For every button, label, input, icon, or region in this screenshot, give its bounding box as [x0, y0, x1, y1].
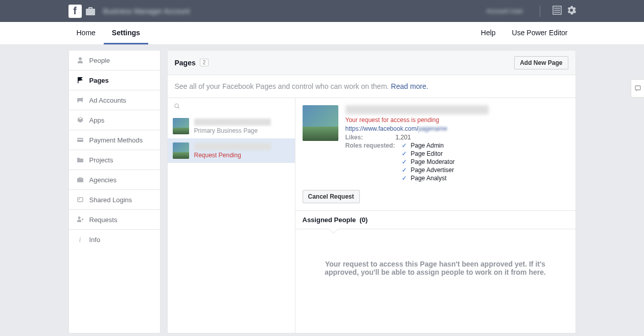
page-list-item[interactable]: Primary Business Page: [168, 114, 295, 138]
page-thumb: [173, 142, 189, 159]
person-plus-icon: [76, 215, 84, 224]
page-list-item[interactable]: Request Pending: [168, 138, 295, 163]
check-icon: ✓: [402, 142, 407, 149]
assigned-people-header: Assigned People (0): [295, 210, 576, 229]
sidebar: People Pages Ad Accounts Apps Payment Me…: [68, 50, 160, 333]
svg-point-8: [174, 104, 178, 107]
sidebar-item-info[interactable]: i Info: [69, 230, 160, 250]
pages-count-badge: 2: [200, 59, 209, 66]
sidebar-item-label: Requests: [89, 216, 118, 224]
business-name: Business Manager Account: [103, 7, 487, 15]
sidebar-item-label: Pages: [89, 77, 109, 84]
page-name: [194, 143, 271, 150]
svg-line-9: [178, 107, 179, 108]
search-pages-input[interactable]: [183, 102, 288, 110]
person-icon: [76, 56, 84, 64]
sidebar-item-pages[interactable]: Pages: [69, 70, 160, 90]
search-icon: [174, 103, 180, 110]
pending-notice: Your request for access is pending: [346, 116, 568, 124]
role-item: ✓Page Advertiser: [402, 166, 455, 174]
separator: [540, 6, 540, 17]
sidebar-item-label: Projects: [89, 156, 113, 164]
page-title: Pages: [175, 59, 196, 67]
read-more-link[interactable]: Read more.: [391, 82, 428, 90]
check-icon: ✓: [402, 150, 407, 157]
card-icon: [76, 136, 84, 144]
page-url-link[interactable]: https://www.facebook.com/pagename: [346, 125, 568, 132]
check-icon: ✓: [402, 158, 407, 165]
add-new-page-button[interactable]: Add New Page: [514, 56, 568, 69]
check-icon: ✓: [402, 175, 407, 182]
activity-icon[interactable]: [553, 6, 562, 16]
assigned-count: (0): [359, 216, 367, 224]
page-detail-name: [346, 105, 489, 114]
sidebar-item-projects[interactable]: Projects: [69, 150, 160, 170]
topbar: f Business Manager Account Account User: [0, 0, 644, 22]
svg-rect-6: [78, 198, 83, 202]
cancel-request-button[interactable]: Cancel Request: [303, 190, 360, 203]
svg-rect-5: [77, 139, 83, 140]
role-item: ✓Page Moderator: [402, 158, 455, 165]
sidebar-item-people[interactable]: People: [69, 51, 160, 70]
flag-icon: [76, 76, 84, 84]
tab-settings[interactable]: Settings: [104, 22, 148, 44]
sidebar-item-ad-accounts[interactable]: Ad Accounts: [69, 90, 160, 110]
check-icon: ✓: [402, 166, 407, 174]
tab-home[interactable]: Home: [68, 22, 104, 44]
tab-power-editor[interactable]: Use Power Editor: [504, 22, 576, 44]
folder-icon: [76, 156, 84, 164]
role-item: ✓Page Admin: [402, 142, 455, 149]
page-name: [194, 118, 271, 126]
page-detail-column: Your request for access is pending https…: [295, 98, 576, 333]
briefcase-icon[interactable]: [85, 6, 96, 17]
megaphone-icon: [76, 96, 84, 104]
briefcase-icon: [76, 176, 84, 184]
pages-list-column: Primary Business Page Request Pending: [168, 98, 295, 333]
roles-label: Roles requested:: [346, 142, 402, 183]
cube-icon: [76, 116, 84, 124]
page-detail-thumb: [303, 105, 338, 141]
role-item: ✓Page Analyst: [402, 175, 455, 182]
sidebar-item-requests[interactable]: Requests: [69, 210, 160, 230]
likes-value: 1,201: [396, 134, 411, 141]
svg-rect-10: [635, 86, 640, 90]
page-thumb: [173, 118, 189, 134]
sidebar-item-label: Agencies: [89, 176, 117, 184]
sidebar-item-label: Apps: [89, 116, 105, 124]
svg-rect-7: [79, 199, 80, 200]
gear-icon[interactable]: [567, 6, 576, 16]
sidebar-item-label: Ad Accounts: [89, 97, 126, 104]
sidebar-item-payment[interactable]: Payment Methods: [69, 130, 160, 150]
likes-label: Likes:: [346, 134, 394, 141]
main-header: Pages 2 Add New Page: [168, 51, 576, 75]
user-name[interactable]: Account User: [486, 8, 523, 15]
page-subtext: Primary Business Page: [194, 127, 290, 134]
feedback-tab[interactable]: [631, 79, 644, 98]
info-icon: i: [76, 236, 84, 244]
sidebar-item-label: Shared Logins: [89, 196, 132, 204]
facebook-logo-icon[interactable]: f: [68, 5, 82, 18]
sidebar-item-label: Payment Methods: [89, 136, 143, 144]
assigned-people-empty-message: Your request to access this Page hasn't …: [303, 229, 568, 307]
sidebar-item-label: People: [89, 57, 110, 64]
nav-tabs: Home Settings Help Use Power Editor: [0, 22, 644, 45]
role-item: ✓Page Editor: [402, 150, 455, 157]
sidebar-item-agencies[interactable]: Agencies: [69, 170, 160, 190]
login-icon: [76, 196, 84, 204]
sidebar-item-shared-logins[interactable]: Shared Logins: [69, 190, 160, 210]
svg-rect-4: [77, 138, 83, 142]
page-subtext: Request Pending: [194, 152, 290, 159]
sidebar-item-label: Info: [89, 236, 101, 244]
tab-help[interactable]: Help: [473, 22, 504, 44]
sidebar-item-apps[interactable]: Apps: [69, 110, 160, 130]
main-panel: Pages 2 Add New Page See all of your Fac…: [167, 50, 576, 333]
main-description: See all of your Facebook Pages and contr…: [168, 75, 576, 98]
